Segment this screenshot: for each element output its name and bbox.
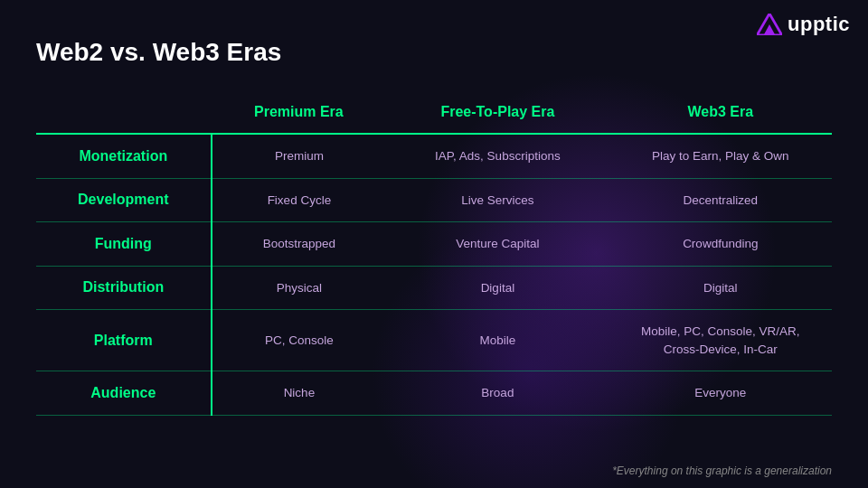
row-web3-2: Crowdfunding — [609, 222, 832, 267]
col-header-web3: Web3 Era — [609, 95, 832, 134]
table-row: DistributionPhysicalDigitalDigital — [36, 266, 832, 310]
svg-marker-1 — [764, 24, 776, 35]
comparison-table-container: Premium Era Free-To-Play Era Web3 Era Mo… — [36, 95, 832, 452]
col-header-premium: Premium Era — [212, 95, 387, 134]
row-web3-1: Decentralized — [609, 178, 832, 222]
row-label-audience: Audience — [36, 371, 212, 416]
row-premium-2: Bootstrapped — [212, 222, 387, 267]
row-ftp-1: Live Services — [386, 178, 609, 222]
comparison-table: Premium Era Free-To-Play Era Web3 Era Mo… — [36, 95, 832, 416]
row-label-distribution: Distribution — [36, 266, 212, 310]
row-label-funding: Funding — [36, 222, 212, 267]
row-label-platform: Platform — [36, 310, 212, 371]
row-ftp-2: Venture Capital — [386, 222, 609, 267]
row-premium-4: PC, Console — [212, 310, 387, 371]
row-ftp-5: Broad — [386, 371, 609, 416]
row-ftp-3: Digital — [386, 266, 609, 310]
row-premium-3: Physical — [212, 266, 387, 310]
logo-text: upptic — [788, 13, 850, 36]
row-ftp-4: Mobile — [386, 310, 609, 371]
row-web3-0: Play to Earn, Play & Own — [609, 134, 832, 178]
footnote: *Everything on this graphic is a general… — [612, 465, 832, 477]
table-row: FundingBootstrappedVenture CapitalCrowdf… — [36, 222, 832, 267]
row-web3-5: Everyone — [609, 371, 832, 416]
col-header-ftp: Free-To-Play Era — [386, 95, 609, 134]
row-premium-1: Fixed Cycle — [212, 178, 387, 222]
row-web3-3: Digital — [609, 266, 832, 310]
row-web3-4: Mobile, PC, Console, VR/AR, Cross-Device… — [609, 310, 832, 371]
logo: upptic — [757, 13, 850, 36]
page-title: Web2 vs. Web3 Eras — [36, 38, 281, 67]
upptic-logo-icon — [757, 14, 782, 35]
row-ftp-0: IAP, Ads, Subscriptions — [386, 134, 609, 178]
row-premium-0: Premium — [212, 134, 387, 178]
table-row: DevelopmentFixed CycleLive ServicesDecen… — [36, 178, 832, 222]
row-label-development: Development — [36, 178, 212, 222]
row-label-monetization: Monetization — [36, 134, 212, 178]
table-header-row: Premium Era Free-To-Play Era Web3 Era — [36, 95, 832, 134]
row-premium-5: Niche — [212, 371, 387, 416]
table-row: AudienceNicheBroadEveryone — [36, 371, 832, 416]
table-row: MonetizationPremiumIAP, Ads, Subscriptio… — [36, 134, 832, 178]
table-row: PlatformPC, ConsoleMobileMobile, PC, Con… — [36, 310, 832, 371]
col-header-empty — [36, 95, 212, 134]
